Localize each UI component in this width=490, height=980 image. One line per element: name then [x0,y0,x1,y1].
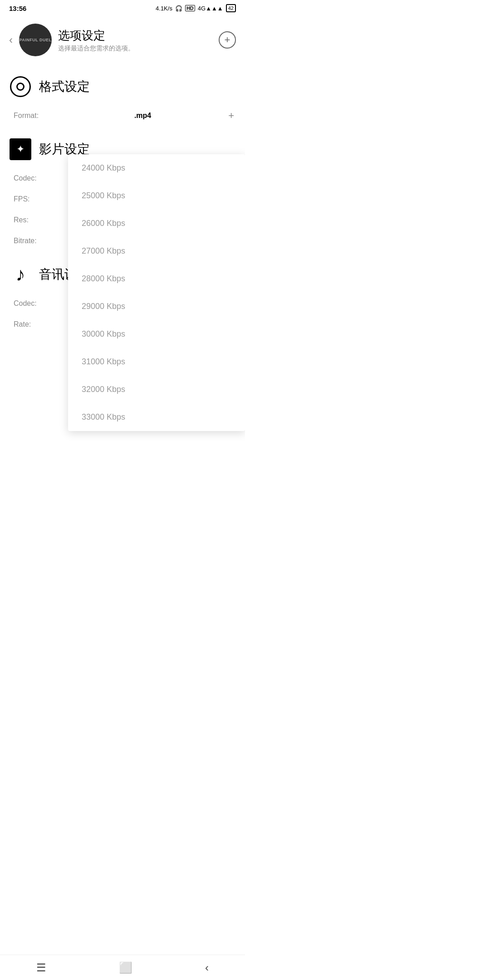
format-section: 格式设定 Format: .mp4 + [0,68,245,131]
battery-icon: 42 [226,4,236,12]
status-icons: 4.1K/s 🎧 HD 4G▲▲▲ 42 [156,4,236,12]
dropdown-item[interactable]: 28000 Kbps [68,265,245,293]
codec-label: Codec: [14,174,59,182]
clapperboard-icon [10,138,31,160]
dropdown-item[interactable]: 25000 Kbps [68,182,245,210]
dropdown-item[interactable]: 27000 Kbps [68,237,245,265]
headphone-icon: 🎧 [175,5,182,12]
dropdown-item[interactable]: 33000 Kbps [68,403,245,431]
header: ‹ PAINFUL DUEL 选项设定 选择最适合您需求的选项。 + [0,16,245,64]
dropdown-item[interactable]: 32000 Kbps [68,376,245,403]
format-section-title: 格式设定 [39,78,90,95]
dropdown-item[interactable]: 30000 Kbps [68,320,245,348]
format-icon [9,75,32,98]
format-section-header: 格式设定 [9,75,236,98]
rate-label: Rate: [14,320,59,328]
header-titles: 选项设定 选择最适合您需求的选项。 [58,28,212,53]
fps-label: FPS: [14,195,59,203]
dropdown-item[interactable]: 24000 Kbps [68,154,245,182]
format-value: .mp4 [59,112,226,120]
add-button[interactable]: + [219,31,236,49]
status-bar: 13:56 4.1K/s 🎧 HD 4G▲▲▲ 42 [0,0,245,16]
page-title: 选项设定 [58,28,212,44]
format-add-button[interactable]: + [226,110,236,122]
avatar-text: PAINFUL DUEL [19,38,51,43]
format-row: Format: .mp4 + [9,105,236,126]
hd-badge: HD [185,5,195,11]
audio-codec-label: Codec: [14,299,59,308]
res-label: Res: [14,216,59,224]
video-icon [9,138,32,161]
network-speed: 4.1K/s [156,5,172,12]
network-icon: 4G▲▲▲ [198,5,223,12]
music-note-icon: ♪ [16,264,25,285]
audio-icon: ♪ [9,263,32,286]
back-button[interactable]: ‹ [9,34,13,45]
status-time: 13:56 [9,5,26,12]
page-subtitle: 选择最适合您需求的选项。 [58,44,212,53]
avatar: PAINFUL DUEL [19,24,52,56]
dropdown-item[interactable]: 31000 Kbps [68,348,245,376]
reel-icon [10,76,31,97]
bitrate-dropdown: 24000 Kbps25000 Kbps26000 Kbps27000 Kbps… [68,154,245,431]
dropdown-item[interactable]: 29000 Kbps [68,293,245,320]
format-label: Format: [14,112,59,120]
bitrate-label: Bitrate: [14,237,59,245]
dropdown-item[interactable]: 26000 Kbps [68,210,245,237]
